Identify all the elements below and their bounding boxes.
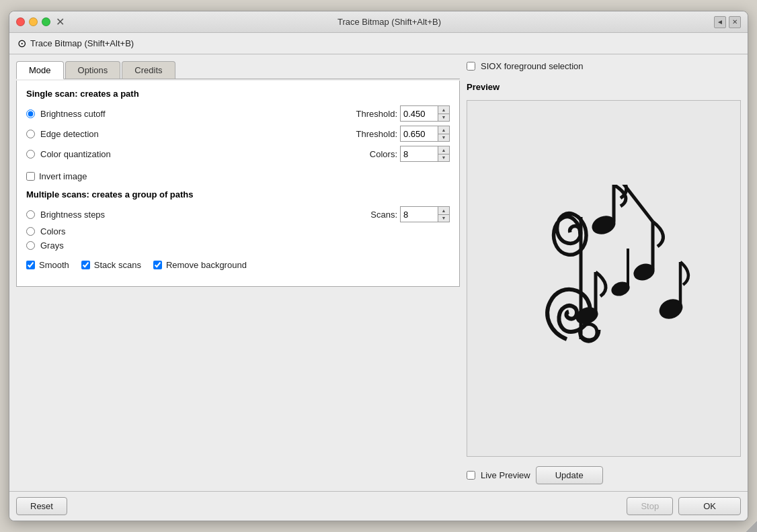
brightness-threshold-down[interactable]: ▼	[438, 114, 449, 122]
reset-button[interactable]: Reset	[16, 497, 67, 515]
single-scan-options: Brightness cutoff Threshold: ▲ ▼	[26, 105, 450, 162]
tab-mode[interactable]: Mode	[16, 61, 64, 79]
minimize-button[interactable]	[29, 17, 38, 26]
close-button[interactable]	[16, 17, 25, 26]
tab-bar: Mode Options Credits Single scan: create…	[16, 61, 460, 287]
titlebar-title: Trace Bitmap (Shift+Alt+B)	[70, 17, 709, 27]
edge-threshold-down[interactable]: ▼	[438, 134, 449, 142]
brightness-cutoff-radio[interactable]	[26, 109, 35, 118]
brightness-threshold-spinner: ▲ ▼	[400, 105, 450, 122]
scans-spinner: ▲ ▼	[400, 206, 450, 222]
brightness-steps-row: Brightness steps Scans: ▲ ▼	[26, 206, 450, 222]
brightness-threshold-label: Threshold:	[356, 109, 397, 119]
titlebar-back-button[interactable]: ◄	[714, 16, 726, 28]
siox-label: SIOX foreground selection	[481, 61, 583, 71]
window-header: ⊙ Trace Bitmap (Shift+Alt+B)	[9, 33, 748, 54]
edge-detection-radio[interactable]	[26, 130, 35, 138]
bottom-left: Reset	[16, 497, 460, 515]
window-header-icon: ⊙	[17, 37, 26, 50]
colors-input[interactable]	[401, 146, 438, 161]
tab-credits[interactable]: Credits	[122, 61, 175, 79]
tabs: Mode Options Credits	[16, 61, 460, 79]
colors-arrows: ▲ ▼	[438, 146, 449, 161]
preview-image	[510, 185, 698, 373]
app-icon: ✕	[56, 15, 65, 28]
tab-options[interactable]: Options	[65, 61, 121, 79]
update-button[interactable]: Update	[536, 466, 603, 484]
grays-radio[interactable]	[26, 241, 35, 250]
maximize-button[interactable]	[42, 17, 50, 26]
right-panel: SIOX foreground selection Preview	[467, 61, 741, 484]
live-preview-checkbox[interactable]	[467, 471, 475, 480]
edge-threshold-arrows: ▲ ▼	[438, 126, 449, 141]
colors-label: Colors:	[370, 149, 397, 159]
titlebar-close-button[interactable]: ✕	[729, 16, 741, 28]
color-quantization-row: Color quantization Colors: ▲ ▼	[26, 146, 450, 162]
invert-image-checkbox[interactable]	[26, 172, 35, 181]
smooth-label: Smooth	[39, 260, 69, 270]
grays-label: Grays	[40, 240, 148, 251]
multi-colors-label: Colors	[40, 226, 148, 236]
scans-input[interactable]	[401, 207, 438, 222]
brightness-threshold-up[interactable]: ▲	[438, 106, 449, 114]
remove-background-row: Remove background	[153, 260, 247, 270]
brightness-threshold-input[interactable]	[401, 106, 438, 121]
multi-colors-radio[interactable]	[26, 227, 35, 236]
window-header-title: Trace Bitmap (Shift+Alt+B)	[30, 38, 134, 48]
stack-scans-label: Stack scans	[94, 260, 141, 270]
color-quantization-radio[interactable]	[26, 150, 35, 159]
traffic-lights	[16, 17, 50, 26]
smooth-row: Smooth	[26, 260, 69, 270]
multiple-scan-options: Brightness steps Scans: ▲ ▼	[26, 206, 450, 251]
brightness-threshold-group: Threshold: ▲ ▼	[356, 105, 450, 122]
brightness-steps-radio[interactable]	[26, 210, 35, 219]
tab-panel-mode: Single scan: creates a path Brightness c…	[16, 81, 460, 287]
scans-down[interactable]: ▼	[438, 215, 449, 222]
edge-threshold-up[interactable]: ▲	[438, 126, 449, 134]
edge-threshold-spinner: ▲ ▼	[400, 126, 450, 142]
colors-group: Colors: ▲ ▼	[370, 146, 450, 162]
brightness-steps-label: Brightness steps	[40, 210, 148, 220]
brightness-cutoff-label: Brightness cutoff	[40, 109, 148, 119]
edge-threshold-group: Threshold: ▲ ▼	[356, 126, 450, 142]
siox-checkbox[interactable]	[467, 62, 475, 71]
remove-background-checkbox[interactable]	[153, 261, 162, 269]
stop-button[interactable]: Stop	[627, 497, 673, 515]
smooth-checkbox[interactable]	[26, 261, 35, 269]
colors-up[interactable]: ▲	[438, 146, 449, 154]
content-area: Mode Options Credits Single scan: create…	[9, 54, 748, 491]
scans-up[interactable]: ▲	[438, 207, 449, 215]
colors-down[interactable]: ▼	[438, 154, 449, 162]
main-window: ✕ Trace Bitmap (Shift+Alt+B) ◄ ✕ ⊙ Trace…	[9, 11, 748, 521]
remove-background-label: Remove background	[166, 260, 247, 270]
edge-detection-row: Edge detection Threshold: ▲ ▼	[26, 126, 450, 142]
titlebar: ✕ Trace Bitmap (Shift+Alt+B) ◄ ✕	[9, 11, 748, 33]
scans-group: Scans: ▲ ▼	[370, 206, 450, 222]
left-panel: Mode Options Credits Single scan: create…	[16, 61, 460, 484]
siox-row: SIOX foreground selection	[467, 61, 741, 71]
brightness-cutoff-row: Brightness cutoff Threshold: ▲ ▼	[26, 105, 450, 122]
color-quantization-label: Color quantization	[40, 149, 148, 159]
bottom-checkboxes: Smooth Stack scans Remove background	[26, 260, 450, 278]
bottom-bar: Reset Stop OK	[9, 491, 748, 521]
live-preview-row: Live Preview Update	[467, 466, 741, 484]
invert-image-row: Invert image	[26, 171, 450, 181]
single-scan-title: Single scan: creates a path	[26, 89, 450, 99]
stack-scans-checkbox[interactable]	[81, 261, 90, 269]
colors-spinner: ▲ ▼	[400, 146, 450, 162]
scans-label: Scans:	[370, 210, 397, 220]
edge-detection-label: Edge detection	[40, 129, 148, 139]
invert-image-label: Invert image	[39, 171, 87, 181]
brightness-threshold-arrows: ▲ ▼	[438, 106, 449, 121]
edge-threshold-label: Threshold:	[356, 129, 397, 139]
preview-label: Preview	[467, 82, 741, 92]
ok-button[interactable]: OK	[678, 497, 741, 515]
scans-arrows: ▲ ▼	[438, 207, 449, 222]
stack-scans-row: Stack scans	[81, 260, 141, 270]
multi-colors-row: Colors	[26, 226, 450, 236]
grays-row: Grays	[26, 240, 450, 251]
edge-threshold-input[interactable]	[401, 126, 438, 141]
preview-box	[467, 100, 741, 457]
multiple-scans-title: Multiple scans: creates a group of paths	[26, 189, 450, 200]
live-preview-label: Live Preview	[481, 470, 530, 480]
